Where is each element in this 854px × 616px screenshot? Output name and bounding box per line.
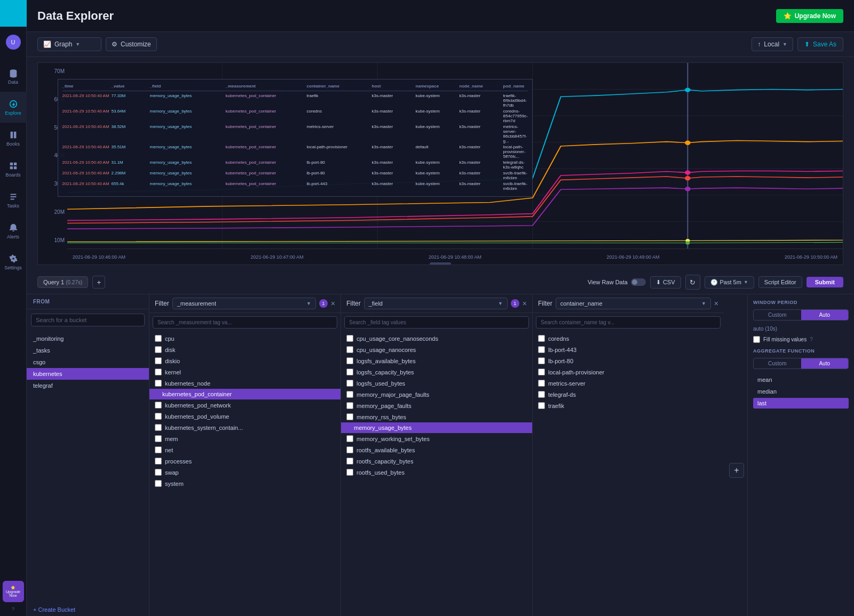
bucket-item-csgo[interactable]: csgo: [27, 356, 149, 368]
filter1-cb-ksys[interactable]: [155, 424, 162, 431]
customize-button[interactable]: ⚙ Customize: [106, 37, 157, 51]
window-auto-option[interactable]: Auto: [801, 310, 849, 320]
sidebar-item-tasks[interactable]: Tasks: [0, 185, 27, 215]
filter2-item-logsfs-avail[interactable]: logsfs_available_bytes: [341, 355, 532, 366]
add-filter-button[interactable]: +: [729, 463, 744, 478]
filter1-item-processes[interactable]: processes: [149, 455, 341, 467]
f2-cb-2[interactable]: [346, 346, 353, 353]
filter1-cb-kpodnet[interactable]: [155, 402, 162, 409]
f2-cb-10[interactable]: [346, 446, 353, 453]
script-editor-button[interactable]: Script Editor: [758, 276, 802, 288]
f2-cb-7[interactable]: [346, 402, 353, 409]
f2-cb-6[interactable]: [346, 391, 353, 398]
f2-cb-1[interactable]: [346, 335, 353, 342]
agg-item-median[interactable]: median: [753, 386, 849, 397]
f2-cb-9[interactable]: [346, 435, 353, 442]
graph-type-select[interactable]: 📈 Graph ▼: [37, 37, 101, 51]
filter1-cb-proc[interactable]: [155, 458, 162, 465]
filter1-item-kpodcontainer[interactable]: kubernetes_pod_container: [149, 389, 341, 399]
agg-item-last[interactable]: last: [753, 398, 849, 409]
filter3-item-telegrafds[interactable]: telegraf-ds: [533, 389, 724, 400]
filter2-item-mem-usage[interactable]: memory_usage_bytes: [341, 422, 532, 433]
filter3-item-coredns[interactable]: coredns: [533, 333, 724, 344]
bucket-item-monitoring[interactable]: _monitoring: [27, 333, 149, 345]
filter1-close-button[interactable]: ×: [331, 300, 335, 307]
local-button[interactable]: ↑ Local ▼: [752, 37, 793, 51]
filter2-field-select[interactable]: _field ▼: [364, 298, 508, 309]
app-logo[interactable]: [0, 0, 27, 27]
chart-container[interactable]: 70M 60M 50M 40M 30M 20M 10M: [37, 62, 843, 265]
filter1-search-input[interactable]: [153, 316, 337, 329]
filter1-cb-knode[interactable]: [155, 380, 162, 387]
filter2-search-input[interactable]: [344, 316, 529, 329]
filter1-item-mem[interactable]: mem: [149, 433, 341, 444]
sidebar-item-alerts[interactable]: Alerts: [0, 215, 27, 246]
fill-missing-checkbox[interactable]: [753, 336, 760, 343]
filter1-cb-kpodvol[interactable]: [155, 413, 162, 420]
filter2-item-mem-major[interactable]: memory_major_page_faults: [341, 389, 532, 400]
f3-cb-6[interactable]: [538, 391, 545, 398]
filter2-item-cpu-core-ns[interactable]: cpu_usage_core_nanoseconds: [341, 333, 532, 344]
agg-custom-option[interactable]: Custom: [754, 358, 801, 369]
f2-cb-12[interactable]: [346, 469, 353, 476]
user-avatar[interactable]: U: [0, 29, 27, 55]
f3-cb-2[interactable]: [538, 346, 545, 353]
filter3-item-lb443[interactable]: lb-port-443: [533, 344, 724, 355]
filter1-item-kpodvolume[interactable]: kubernetes_pod_volume: [149, 411, 341, 422]
filter1-cb-mem[interactable]: [155, 435, 162, 442]
filter1-field-select[interactable]: _measurement ▼: [172, 298, 316, 309]
help-icon[interactable]: ?: [810, 337, 813, 342]
window-custom-option[interactable]: Custom: [754, 310, 801, 320]
f2-cb-5[interactable]: [346, 380, 353, 387]
filter1-item-kpodnetwork[interactable]: kubernetes_pod_network: [149, 399, 341, 411]
refresh-button[interactable]: ↻: [685, 275, 700, 290]
filter2-item-rootfs-used[interactable]: rootfs_used_bytes: [341, 467, 532, 478]
drag-handle[interactable]: [430, 262, 451, 265]
f2-cb-8[interactable]: [346, 413, 353, 420]
filter3-search-input[interactable]: [536, 316, 721, 329]
sidebar-upgrade-button[interactable]: ⭐ Upgrade Now: [3, 581, 24, 602]
filter1-cb-kernel[interactable]: [155, 369, 162, 375]
raw-data-toggle[interactable]: [631, 278, 646, 286]
add-query-button[interactable]: +: [92, 276, 105, 289]
time-range-select[interactable]: 🕐 Past 5m ▼: [705, 276, 754, 289]
filter3-item-traefik[interactable]: traefik: [533, 400, 724, 411]
csv-button[interactable]: ⬇ CSV: [650, 276, 681, 289]
filter1-cb-sys[interactable]: [155, 480, 162, 487]
filter1-cb-net[interactable]: [155, 446, 162, 453]
filter2-item-rootfs-cap[interactable]: rootfs_capacity_bytes: [341, 455, 532, 467]
filter2-item-rootfs-avail[interactable]: rootfs_available_bytes: [341, 444, 532, 455]
sidebar-item-books[interactable]: Books: [0, 123, 27, 154]
sidebar-item-settings[interactable]: Settings: [0, 246, 27, 277]
filter1-cb-disk[interactable]: [155, 346, 162, 353]
bucket-search-input[interactable]: [31, 314, 145, 326]
filter2-item-logsfs-used[interactable]: logsfs_used_bytes: [341, 378, 532, 389]
f2-cb-11[interactable]: [346, 458, 353, 465]
filter3-item-localpath[interactable]: local-path-provisioner: [533, 366, 724, 378]
bucket-item-kubernetes[interactable]: kubernetes: [27, 368, 149, 380]
agg-item-mean[interactable]: mean: [753, 374, 849, 385]
f2-cb-3[interactable]: [346, 357, 353, 364]
sidebar-item-boards[interactable]: Boards: [0, 154, 27, 185]
filter3-item-lb80[interactable]: lb-port-80: [533, 355, 724, 366]
filter2-item-cpu-nano[interactable]: cpu_usage_nanocores: [341, 344, 532, 355]
create-bucket-button[interactable]: + Create Bucket: [27, 603, 149, 616]
filter1-cb-swap[interactable]: [155, 469, 162, 476]
filter1-item-knode[interactable]: kubernetes_node: [149, 378, 341, 389]
submit-button[interactable]: Submit: [806, 277, 843, 287]
f3-cb-4[interactable]: [538, 369, 545, 375]
filter1-item-net[interactable]: net: [149, 444, 341, 455]
bucket-item-telegraf[interactable]: telegraf: [27, 380, 149, 391]
bucket-item-tasks[interactable]: _tasks: [27, 345, 149, 356]
query-tab-1[interactable]: Query 1 (0.27s): [37, 276, 88, 288]
filter2-close-button[interactable]: ×: [523, 300, 527, 307]
sidebar-item-data[interactable]: Data: [0, 61, 27, 92]
filter1-item-kernel[interactable]: kernel: [149, 366, 341, 378]
f3-cb-5[interactable]: [538, 380, 545, 387]
upgrade-button[interactable]: ⭐ Upgrade Now: [776, 9, 843, 23]
agg-auto-option[interactable]: Auto: [801, 358, 849, 369]
filter1-item-diskio[interactable]: diskio: [149, 355, 341, 366]
filter1-item-system[interactable]: system: [149, 478, 341, 489]
filter3-item-metrics[interactable]: metrics-server: [533, 378, 724, 389]
filter2-item-mem-page[interactable]: memory_page_faults: [341, 400, 532, 411]
